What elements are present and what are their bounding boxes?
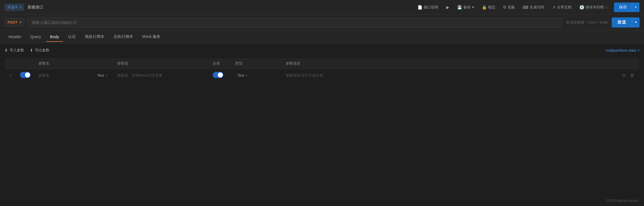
tab-auth-label: 认证 [68,34,76,39]
tab-body-label: Body [50,35,59,39]
export-icon: ⬆ [30,48,33,52]
generate-icon: ⌨ [523,5,528,10]
param-required-cell [209,69,231,82]
tab-post-script-label: 后执行脚本 [114,34,133,39]
backup-button[interactable]: 💾 备份 ▾ [455,3,476,11]
export-label: 导出参数 [35,48,49,53]
method-selector[interactable]: POST ▾ [4,18,24,26]
tab-query-label: Query [30,35,41,39]
run-button[interactable]: ▶ [444,4,452,11]
tab-post-script[interactable]: 后执行脚本 [110,31,137,42]
tab-mock-label: Mock 服务 [142,34,160,39]
table-header-row: 参数名 参数值 必填 类型 参数描述 [5,58,640,69]
param-name-cell: Text ▾ [35,69,113,82]
save-button[interactable]: 保存 ▾ [614,3,640,12]
body-content: ⬇ 导入参数 ⬆ 导出参数 multipart/form-data ▾ 参数名 … [0,43,644,85]
param-type-inline-selector[interactable]: Text ▾ [95,72,109,79]
toggle-cell [16,69,35,82]
save-arrow-icon: ▾ [632,3,640,12]
tabs-bar: Header Query Body 认证 预执行脚本 后执行脚本 Mock 服务 [0,30,644,43]
save-archive-button[interactable]: 💽 保存并归档 ⊙ [577,3,611,11]
url-input[interactable] [28,17,562,28]
col-desc-header: 参数描述 [282,58,617,69]
save-archive-icon: 💽 [579,5,584,10]
copy-icon: ⧉ [622,73,625,78]
required-toggle-thumb [218,72,223,77]
export-params-button[interactable]: ⬆ 导出参数 [30,47,49,54]
drag-handle-icon[interactable]: ≡ [9,73,12,78]
shortcut-hint: 发送快捷键：Cmd + Enter [566,20,608,25]
import-params-button[interactable]: ⬇ 导入参数 [4,47,24,54]
clone-label: 克隆 [507,5,515,10]
api-title: 新建接口 [28,5,43,10]
delete-icon: 🗑 [630,73,634,78]
tab-header-label: Header [8,35,21,39]
param-copy-button[interactable]: ⧉ [621,72,627,79]
lock-button[interactable]: 🔒 锁定 [480,3,498,11]
param-actions-cell: ⧉ 🗑 [617,69,639,82]
toggle-thumb [25,72,30,77]
generate-label: 生成代码 [530,5,544,10]
backup-icon: 💾 [457,5,462,10]
save-label: 保存 [614,3,632,12]
param-type-cell: Text ▾ [231,69,282,82]
send-button[interactable]: 发送 ▾ [612,17,640,28]
method-value: POST [8,20,17,24]
param-type-inline-value: Text [97,73,104,77]
table-row: ≡ Text ▾ [5,69,640,82]
type-chevron-icon: ▾ [246,74,247,77]
col-drag-header [5,58,16,69]
top-bar: 开发中 ▾ 新建接口 📄 接口说明 ▶ 💾 备份 ▾ 🔒 锁定 ⧉ 克隆 ⌨ 生… [0,0,644,15]
param-desc-placeholder: 参数描述,用于生成文档 [286,73,323,77]
backup-label: 备份 [463,5,471,10]
param-value-cell[interactable]: 参数值，支持Mock字段变量 [113,69,209,82]
param-name-input[interactable] [38,73,94,78]
param-delete-button[interactable]: 🗑 [628,72,636,79]
param-type-value: Text [237,73,244,77]
format-label: multipart/form-data [606,48,636,52]
method-chevron-icon: ▾ [20,21,21,24]
tab-body[interactable]: Body [46,32,63,42]
send-label: 发送 [612,17,632,28]
col-value-header: 参数值 [113,58,209,69]
param-required-toggle[interactable] [213,72,223,78]
drag-handle-cell: ≡ [5,69,16,82]
col-required-header: 必填 [209,58,231,69]
tab-header[interactable]: Header [4,32,25,42]
url-bar: POST ▾ 发送快捷键：Cmd + Enter 发送 ▾ [0,15,644,30]
save-archive-help-icon: ⊙ [605,5,608,9]
lock-label: 锁定 [488,5,495,10]
format-chevron-icon: ▾ [638,49,640,52]
param-type-chevron-icon: ▾ [106,74,107,77]
tab-query[interactable]: Query [26,32,45,42]
description-icon: 📄 [418,5,422,10]
backup-arrow-icon: ▾ [472,5,474,9]
generate-code-button[interactable]: ⌨ 生成代码 [520,3,547,11]
param-desc-cell[interactable]: 参数描述,用于生成文档 [282,69,617,82]
tab-pre-script[interactable]: 预执行脚本 [81,31,108,42]
tab-mock[interactable]: Mock 服务 [138,31,164,42]
share-doc-button[interactable]: ↗ 分享文档 [550,3,574,11]
param-enable-toggle[interactable] [20,72,31,78]
import-icon: ⬇ [4,48,8,52]
format-selector[interactable]: multipart/form-data ▾ [606,48,640,52]
col-toggle-header [16,58,35,69]
description-button[interactable]: 📄 接口说明 [415,3,441,11]
col-type-header: 类型 [231,58,282,69]
body-actions: ⬇ 导入参数 ⬆ 导出参数 multipart/form-data ▾ [4,47,640,54]
col-name-header: 参数名 [35,58,113,69]
run-icon: ▶ [446,5,449,10]
param-value-placeholder: 参数值，支持Mock字段变量 [117,73,162,77]
save-archive-label: 保存并归档 [586,5,604,10]
param-table: 参数名 参数值 必填 类型 参数描述 [4,58,640,82]
credit: CSDN @peace &love [606,199,638,203]
clone-button[interactable]: ⧉ 克隆 [501,3,517,11]
env-selector[interactable]: 开发中 ▾ [4,4,24,11]
import-label: 导入参数 [10,48,24,53]
share-label: 分享文档 [557,5,572,10]
env-chevron-icon: ▾ [20,6,21,9]
env-label: 开发中 [7,5,18,10]
param-type-selector[interactable]: Text ▾ [235,72,250,79]
tab-auth[interactable]: 认证 [64,31,80,42]
clone-icon: ⧉ [503,5,506,10]
